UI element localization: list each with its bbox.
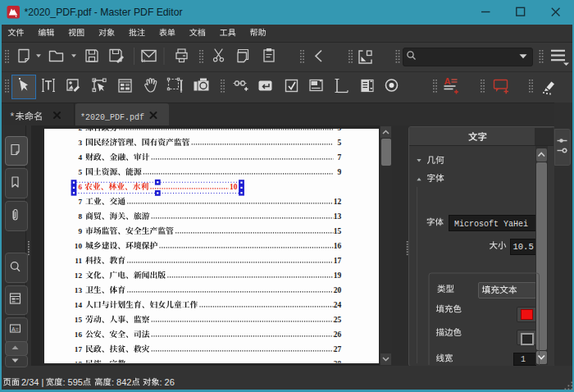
svg-text:5: 5 [78,168,82,176]
svg-text:13: 13 [75,286,83,294]
svg-text:7: 7 [338,153,342,162]
svg-text:19: 19 [334,271,342,280]
svg-text:: 595: : 595 [63,377,83,387]
svg-text:27: 27 [334,345,342,353]
svg-text:10: 10 [75,242,83,250]
svg-text:14: 14 [75,301,83,309]
svg-text:2: 2 [78,124,82,132]
svg-text:13: 13 [334,212,342,221]
svg-text:*: * [11,111,15,122]
svg-text:16: 16 [75,330,83,339]
svg-text:Microsoft YaHei: Microsoft YaHei [454,220,528,229]
svg-text:28: 28 [334,360,342,368]
svg-text:24: 24 [334,301,342,309]
svg-text:4: 4 [78,153,82,162]
svg-text:10.5: 10.5 [513,242,534,252]
svg-text:10: 10 [230,183,238,191]
svg-text:15: 15 [75,316,83,324]
svg-text:: 842: : 842 [112,377,131,387]
svg-text:18: 18 [75,360,83,368]
svg-text:7: 7 [78,198,82,206]
svg-text:5: 5 [338,139,342,147]
svg-text:16: 16 [334,242,342,250]
svg-text:15: 15 [334,227,342,235]
svg-text:26: 26 [334,330,342,339]
svg-text:2/34 |: 2/34 | [21,377,43,387]
svg-text:8: 8 [78,212,82,221]
svg-text:3: 3 [338,124,342,132]
svg-text:*2020_PDF.pdf: *2020_PDF.pdf [80,113,144,122]
svg-text:A=: A= [11,326,19,332]
svg-text:20: 20 [334,286,342,294]
svg-text:12: 12 [334,198,342,206]
svg-text:9: 9 [78,227,82,235]
svg-text:3: 3 [78,139,82,147]
svg-text:17: 17 [334,257,342,265]
svg-text:6: 6 [78,183,82,191]
svg-text:9: 9 [338,168,342,176]
svg-text:: 26: : 26 [160,377,175,387]
svg-text:A: A [444,76,451,86]
svg-text:11: 11 [75,257,82,265]
svg-text:12: 12 [75,271,83,280]
svg-text:17: 17 [75,345,83,353]
svg-text:1: 1 [521,355,526,364]
svg-text:*2020_PDF.pdf - Master PDF Edi: *2020_PDF.pdf - Master PDF Editor [25,7,183,18]
svg-text:25: 25 [334,316,342,324]
